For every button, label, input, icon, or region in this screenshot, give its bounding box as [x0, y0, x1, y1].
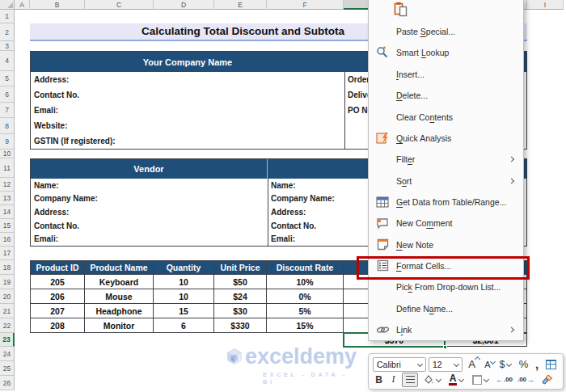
vendor-field-row[interactable]: Company Name: — [31, 192, 268, 206]
row-header-26[interactable]: 26 — [0, 376, 15, 390]
vendor-field-row[interactable]: Emali: — [31, 232, 268, 246]
accounting-format-button[interactable]: $ — [496, 357, 514, 372]
vendor-field-row[interactable]: Address: — [31, 205, 268, 219]
menu-item-paste-special[interactable]: Paste Special... — [369, 21, 523, 42]
company-header-cell[interactable]: Your Company Name — [31, 52, 344, 72]
format-as-table-button[interactable] — [543, 357, 558, 372]
row-header-3[interactable]: 3 — [0, 41, 15, 51]
column-header-E[interactable]: E — [214, 0, 267, 10]
column-header-quantity[interactable]: Quantity — [154, 260, 214, 275]
paste-icon[interactable] — [394, 2, 408, 20]
menu-item-get-data-from-table[interactable]: Get Data from Table/Range... — [369, 192, 523, 213]
table-cell[interactable]: $330 — [214, 318, 267, 333]
table-cell[interactable]: Keyboard — [85, 275, 154, 289]
fill-handle[interactable] — [443, 345, 447, 349]
row-header-12[interactable]: 12 — [0, 178, 15, 192]
table-cell[interactable]: Mouse — [85, 289, 154, 304]
menu-item-delete[interactable]: Delete... — [369, 85, 523, 106]
menu-item-sort[interactable]: Sort — [369, 170, 523, 191]
table-cell[interactable]: 206 — [30, 289, 85, 304]
row-header-6[interactable]: 6 — [0, 86, 15, 103]
row-header-20[interactable]: 20 — [0, 289, 15, 304]
row-header-25[interactable]: 25 — [0, 361, 15, 376]
column-header-product-id[interactable]: Product ID — [30, 260, 85, 275]
italic-button[interactable]: I — [388, 373, 399, 387]
row-header-24[interactable]: 24 — [0, 347, 15, 361]
menu-item-insert[interactable]: Insert... — [369, 64, 523, 85]
table-cell[interactable]: 15% — [267, 318, 344, 333]
font-name-combo[interactable]: Calibri — [373, 357, 426, 372]
column-header-I[interactable]: I — [527, 0, 564, 10]
fill-color-button[interactable] — [421, 373, 442, 387]
row-header-18[interactable]: 18 — [0, 260, 15, 275]
decrease-decimal-button[interactable]: .00→ — [517, 373, 536, 387]
menu-item-new-comment[interactable]: New Comment — [369, 213, 523, 234]
column-header-B[interactable]: B — [30, 0, 85, 10]
table-cell[interactable]: 15 — [154, 304, 214, 318]
table-cell[interactable]: 0% — [267, 289, 344, 304]
font-size-combo[interactable]: 12 — [429, 357, 463, 372]
row-header-16[interactable]: 16 — [0, 233, 15, 247]
select-all-corner[interactable] — [0, 0, 15, 10]
column-header-D[interactable]: D — [154, 0, 214, 10]
row-header-17[interactable]: 17 — [0, 247, 15, 260]
table-cell[interactable]: Monitor — [85, 318, 154, 333]
table-cell[interactable]: 10 — [154, 275, 214, 289]
borders-button[interactable] — [470, 373, 491, 387]
row-header-14[interactable]: 14 — [0, 205, 15, 219]
column-header-product-name[interactable]: Product Name — [85, 260, 154, 275]
menu-item-quick-analysis[interactable]: Quick Analysis — [369, 128, 523, 149]
row-header-21[interactable]: 21 — [0, 304, 15, 318]
table-cell[interactable]: 6 — [154, 318, 214, 333]
menu-item-define-name[interactable]: Define Name... — [369, 297, 523, 318]
menu-item-clear-contents[interactable]: Clear Contents — [369, 106, 523, 127]
row-header-2[interactable]: 2 — [0, 23, 15, 41]
table-cell[interactable]: $30 — [214, 304, 267, 318]
table-cell[interactable]: 207 — [30, 304, 85, 318]
table-cell[interactable]: 5% — [267, 304, 344, 318]
table-cell[interactable]: 10% — [267, 275, 344, 289]
column-header-F[interactable]: F — [267, 0, 344, 10]
row-header-4[interactable]: 4 — [0, 51, 15, 71]
table-cell[interactable]: $24 — [214, 289, 267, 304]
row-header-10[interactable]: 10 — [0, 150, 15, 158]
align-button[interactable] — [402, 373, 418, 387]
row-header-15[interactable]: 15 — [0, 219, 15, 233]
vendor-field-row[interactable]: Contact No. — [31, 219, 268, 233]
row-header-13[interactable]: 13 — [0, 192, 15, 205]
percent-style-button[interactable]: % — [517, 357, 530, 372]
table-cell[interactable]: 205 — [30, 275, 85, 289]
table-cell[interactable]: 208 — [30, 318, 85, 333]
menu-item-link[interactable]: Link — [369, 319, 523, 340]
menu-item-smart-lookup[interactable]: Smart Lookup — [369, 42, 523, 63]
row-header-23[interactable]: 23 — [0, 333, 15, 347]
menu-item-filter[interactable]: Filter — [369, 149, 523, 170]
grow-font-button[interactable]: A — [465, 357, 479, 372]
row-header-22[interactable]: 22 — [0, 318, 15, 333]
shrink-font-button[interactable]: A — [481, 357, 494, 372]
column-header-discount-rate[interactable]: Discount Rate — [267, 260, 344, 275]
row-header-8[interactable]: 8 — [0, 118, 15, 134]
vendor-header-cell[interactable]: Vendor — [31, 159, 268, 179]
table-cell[interactable]: 10 — [154, 289, 214, 304]
column-header-C[interactable]: C — [85, 0, 154, 10]
column-header-unit-price[interactable]: Unit Price — [214, 260, 267, 275]
row-header-9[interactable]: 9 — [0, 134, 15, 150]
bold-button[interactable]: B — [373, 373, 385, 387]
comma-style-button[interactable]: , — [533, 357, 541, 372]
table-cell[interactable]: $50 — [214, 275, 267, 289]
row-header-7[interactable]: 7 — [0, 103, 15, 118]
row-header-19[interactable]: 19 — [0, 275, 15, 289]
format-painter-button[interactable] — [539, 373, 555, 387]
row-header-1[interactable]: 1 — [0, 10, 15, 23]
menu-item-new-note[interactable]: New Note — [369, 234, 523, 255]
font-color-button[interactable]: A — [446, 373, 467, 387]
table-cell[interactable]: Headphone — [85, 304, 154, 318]
menu-paste-options-row[interactable] — [369, 1, 523, 21]
row-header-11[interactable]: 11 — [0, 158, 15, 178]
menu-item-pick-from-dropdown[interactable]: Pick From Drop-down List... — [369, 276, 523, 297]
vendor-field-row[interactable]: Name: — [31, 179, 268, 192]
column-header-A[interactable]: A — [15, 0, 30, 10]
increase-decimal-button[interactable]: ←.00 — [494, 373, 513, 387]
row-header-5[interactable]: 5 — [0, 71, 15, 86]
